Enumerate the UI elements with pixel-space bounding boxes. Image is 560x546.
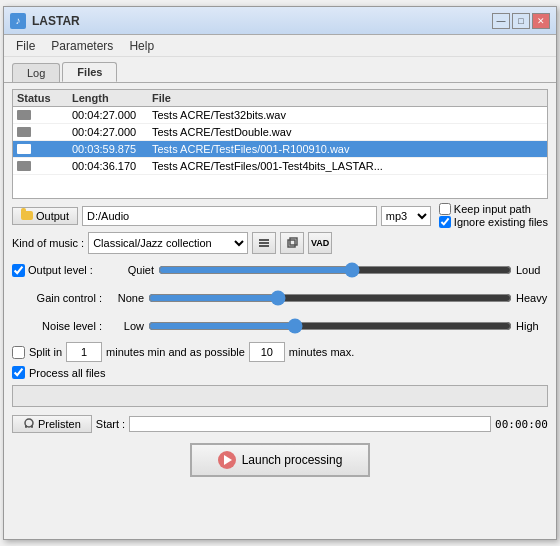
file-list-header: Status Length File [13,90,547,107]
process-all-row: Process all files [12,366,548,379]
noise-level-row: Noise level : Low High [12,314,548,338]
app-icon: ♪ [10,13,26,29]
file-path: Tests ACRE/TestDouble.wav [152,126,543,138]
output-button-label: Output [36,210,69,222]
split-in-row: Split in minutes min and as possible min… [12,342,548,362]
folder-icon [21,211,33,220]
file-list-container: Status Length File 00:04:27.000 Tests AC… [12,89,548,199]
launch-processing-button[interactable]: Launch processing [190,443,370,477]
output-row: Output mp3 wav flac ogg Keep input path … [12,203,548,228]
bottom-bar: Prelisten Start : 00:00:00 [12,413,548,435]
kind-vad-button[interactable]: VAD [308,232,332,254]
tabs-bar: Log Files [4,57,556,83]
restore-button[interactable]: □ [512,13,530,29]
kind-settings-button[interactable] [252,232,276,254]
split-in-checkbox[interactable] [12,346,25,359]
headphone-icon [23,418,35,430]
split-middle-label: minutes min and as possible [106,346,245,358]
title-bar: ♪ LASTAR — □ ✕ [4,7,556,35]
start-progress-bar [129,416,491,432]
noise-level-slider[interactable] [148,318,512,334]
main-content: Status Length File 00:04:27.000 Tests AC… [4,83,556,539]
file-path: Tests ACRE/TestFiles/001-Test4bits_LASTA… [152,160,543,172]
ignore-existing-row: Ignore existing files [439,216,548,228]
launch-button-container: Launch processing [12,439,548,481]
menu-bar: File Parameters Help [4,35,556,57]
col-header-file: File [152,92,543,104]
process-all-label: Process all files [29,367,105,379]
svg-rect-3 [288,240,295,247]
kind-action-button[interactable] [280,232,304,254]
tab-files[interactable]: Files [62,62,117,82]
output-level-right-label: Loud [516,264,548,276]
ignore-existing-label: Ignore existing files [454,216,548,228]
copy-icon [286,237,298,249]
table-row[interactable]: 00:04:27.000 Tests ACRE/Test32bits.wav [13,107,547,124]
file-length: 00:04:27.000 [72,109,152,121]
ignore-existing-checkbox[interactable] [439,216,451,228]
menu-file[interactable]: File [8,37,43,55]
progress-bar-outer [12,385,548,407]
settings-icon [258,237,270,249]
output-checkboxes: Keep input path Ignore existing files [439,203,548,228]
gain-control-label: Gain control : [12,292,102,304]
gain-control-right-label: Heavy [516,292,548,304]
time-display: 00:00:00 [495,418,548,431]
launch-button-label: Launch processing [242,453,343,467]
table-row[interactable]: 00:04:27.000 Tests ACRE/TestDouble.wav [13,124,547,141]
table-row[interactable]: 00:04:36.170 Tests ACRE/TestFiles/001-Te… [13,158,547,175]
vad-label: VAD [311,238,329,248]
gain-control-slider[interactable] [148,290,512,306]
noise-level-right-label: High [516,320,548,332]
table-row-selected[interactable]: 00:03:59.875 Tests ACRE/TestFiles/001-R1… [13,141,547,158]
output-level-slider[interactable] [158,262,512,278]
gain-control-left-label: None [106,292,144,304]
file-length: 00:03:59.875 [72,143,152,155]
gain-control-row: Gain control : None Heavy [12,286,548,310]
kind-of-music-label: Kind of music : [12,237,84,249]
output-level-row: Output level : Quiet Loud [12,258,548,282]
file-status-icon [17,161,31,171]
menu-parameters[interactable]: Parameters [43,37,121,55]
start-label: Start : [96,418,125,430]
window-title: LASTAR [32,14,80,28]
kind-of-music-row: Kind of music : Classical/Jazz collectio… [12,232,548,254]
noise-level-label: Noise level : [12,320,102,332]
split-end-label: minutes max. [289,346,354,358]
split-min-input[interactable] [66,342,102,362]
file-path: Tests ACRE/Test32bits.wav [152,109,543,121]
close-button[interactable]: ✕ [532,13,550,29]
svg-rect-2 [259,245,269,247]
file-status-icon [17,144,31,154]
svg-rect-6 [25,425,27,428]
output-path-input[interactable] [82,206,377,226]
output-button[interactable]: Output [12,207,78,225]
prelisten-button[interactable]: Prelisten [12,415,92,433]
kind-of-music-select[interactable]: Classical/Jazz collection Rock/Pop Elect… [88,232,248,254]
noise-level-slider-container [148,318,512,334]
file-path: Tests ACRE/TestFiles/001-R100910.wav [152,143,543,155]
title-bar-left: ♪ LASTAR [10,13,80,29]
file-length: 00:04:36.170 [72,160,152,172]
file-status-icon [17,127,31,137]
file-status-icon [17,110,31,120]
output-level-label: Output level : [28,264,93,276]
split-max-input[interactable] [249,342,285,362]
launch-icon [218,451,236,469]
tab-log[interactable]: Log [12,63,60,82]
gain-control-slider-container [148,290,512,306]
svg-rect-4 [290,238,297,245]
file-list-body[interactable]: 00:04:27.000 Tests ACRE/Test32bits.wav 0… [13,107,547,198]
output-level-checkbox[interactable] [12,264,25,277]
keep-input-path-row: Keep input path [439,203,548,215]
keep-input-path-checkbox[interactable] [439,203,451,215]
minimize-button[interactable]: — [492,13,510,29]
svg-rect-0 [259,239,269,241]
prelisten-label: Prelisten [38,418,81,430]
output-level-left-label: Quiet [116,264,154,276]
format-select[interactable]: mp3 wav flac ogg [381,206,431,226]
svg-rect-1 [259,242,269,244]
process-all-checkbox[interactable] [12,366,25,379]
menu-help[interactable]: Help [121,37,162,55]
output-level-slider-container [158,262,512,278]
